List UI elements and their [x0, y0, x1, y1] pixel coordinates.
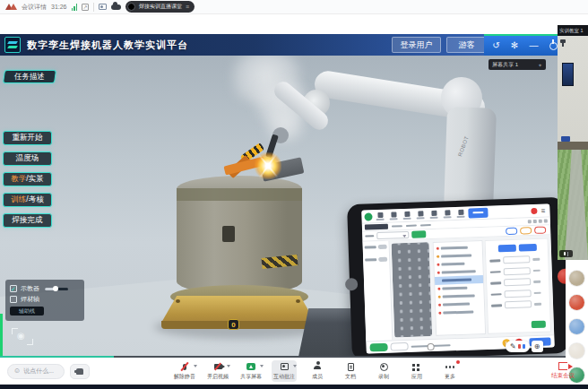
- opacity-slider[interactable]: [45, 288, 68, 290]
- toolbar-item-annotate[interactable]: 互动批注: [272, 360, 297, 383]
- color-swatch[interactable]: [523, 344, 525, 349]
- aux-line-button[interactable]: 辅助线: [10, 307, 44, 316]
- pendant-start-button[interactable]: [369, 343, 387, 352]
- parameter-form: [485, 238, 552, 333]
- participant-avatar[interactable]: [569, 319, 584, 334]
- toolbar-item-record[interactable]: 录制: [371, 360, 396, 383]
- teach-pendant-tablet[interactable]: ≡: [347, 197, 566, 357]
- pendant-tool-icon[interactable]: [539, 220, 542, 223]
- pendant-tab[interactable]: [392, 225, 402, 228]
- jog-button-panel[interactable]: [392, 242, 433, 337]
- wire-axis-checkbox[interactable]: [10, 296, 17, 303]
- caret-down-icon[interactable]: [260, 365, 264, 367]
- toolbar-item-cam[interactable]: 开启视频: [205, 360, 230, 383]
- program-list-row[interactable]: [436, 307, 484, 317]
- pendant-tab-chip[interactable]: [365, 224, 388, 230]
- toolbar-item-apps[interactable]: 应用: [404, 360, 429, 383]
- share-status-text: 屏幕共享 1: [492, 61, 518, 69]
- caret-down-icon[interactable]: [194, 365, 197, 367]
- pendant-menu-item[interactable]: [454, 209, 466, 217]
- hand-icon: [76, 368, 83, 375]
- signal-icon: [72, 4, 78, 11]
- meeting-bottom-toolbar: ☺ 说点什么... 解除静音开启视频共享屏幕互动批注成员文档录制应用更多: [0, 358, 566, 385]
- pendant-tool-icon[interactable]: [528, 220, 532, 223]
- toggle-row[interactable]: [365, 257, 387, 263]
- form-row[interactable]: [491, 298, 547, 312]
- toolbar-item-member[interactable]: 成员: [305, 360, 330, 383]
- program-list[interactable]: [433, 240, 487, 336]
- teaching-mode-button[interactable]: 教学/实景: [3, 172, 52, 186]
- pendant-menu-item[interactable]: [414, 211, 426, 219]
- pendant-tool-icon[interactable]: [533, 220, 537, 223]
- pendant-blue-pill[interactable]: [506, 228, 517, 235]
- pendant-speed-slider[interactable]: [411, 344, 451, 348]
- form-apply-button[interactable]: [532, 321, 546, 329]
- caret-down-icon[interactable]: [293, 365, 297, 367]
- toolbar-item-doc[interactable]: 文档: [338, 360, 363, 383]
- chat-placeholder: 说点什么...: [23, 367, 54, 376]
- tablet-stop-button[interactable]: [558, 269, 566, 285]
- meeting-title-pill[interactable]: 焊接实训直播课堂 ≡: [125, 1, 195, 13]
- weld-complete-button[interactable]: 焊接完成: [3, 213, 52, 228]
- chat-quick-input[interactable]: ☺ 说点什么...: [7, 364, 65, 379]
- participant-avatar[interactable]: [569, 271, 584, 286]
- pendant-tool-icon[interactable]: [544, 219, 548, 222]
- pendant-reset-button[interactable]: [390, 342, 408, 351]
- end-meeting-label: 结束会议: [543, 372, 583, 380]
- restart-button[interactable]: 重新开始: [3, 131, 52, 145]
- hamburger-icon[interactable]: ≡: [186, 4, 189, 10]
- toolbar-item-mic[interactable]: 解除静音: [172, 360, 197, 383]
- undo-icon[interactable]: ↺: [492, 41, 499, 50]
- record-dot-icon[interactable]: [532, 207, 538, 213]
- participant-avatar[interactable]: [569, 343, 584, 359]
- toolbar-item-label: 解除静音: [174, 373, 195, 381]
- toggle-row[interactable]: [365, 245, 387, 250]
- gear-icon[interactable]: ✻: [511, 41, 518, 50]
- pendant-tab[interactable]: [420, 224, 431, 227]
- pendant-menu-item[interactable]: [374, 212, 385, 220]
- form-blue-button[interactable]: [498, 245, 516, 253]
- pendant-menu-item[interactable]: [387, 212, 399, 220]
- expand-icon[interactable]: ↗: [82, 4, 89, 11]
- end-meeting-button[interactable]: 结束会议: [543, 362, 583, 380]
- pendant-checkbox[interactable]: ✓: [10, 285, 17, 292]
- meeting-detail-label[interactable]: 会议详情: [22, 3, 47, 12]
- tablet-left-button[interactable]: [345, 278, 358, 290]
- toolbar-item-label: 开启视频: [207, 373, 229, 381]
- pendant-menu-item[interactable]: [428, 210, 439, 218]
- participant-avatar[interactable]: [569, 295, 584, 310]
- pendant-menu-item[interactable]: [401, 211, 412, 219]
- toolbar-item-more[interactable]: 更多: [437, 360, 463, 383]
- login-user-button[interactable]: 登录用户: [392, 37, 441, 53]
- caret-down-icon[interactable]: [227, 365, 230, 367]
- workpiece-band: [177, 188, 302, 201]
- raise-hand-button[interactable]: [70, 364, 90, 379]
- pendant-select[interactable]: [376, 231, 409, 239]
- pendant-orange-pill[interactable]: [520, 227, 532, 234]
- participant-video-panel[interactable]: 实训教室 1: [558, 25, 588, 260]
- pendant-menu-item[interactable]: [441, 210, 453, 218]
- pendant-screen[interactable]: ≡: [361, 203, 554, 353]
- temperature-field-button[interactable]: 温度场: [3, 151, 52, 166]
- task-description-button[interactable]: 任务描述: [3, 70, 56, 83]
- notification-badge: [456, 360, 460, 364]
- annotate-pen-button[interactable]: ✎: [506, 341, 530, 352]
- pendant-tab[interactable]: [406, 224, 417, 227]
- zoom-button[interactable]: ⊕: [532, 341, 543, 352]
- training-mode-button[interactable]: 训练/考核: [3, 193, 52, 207]
- guest-button[interactable]: 游客: [446, 37, 487, 53]
- color-swatch[interactable]: [518, 344, 521, 349]
- view-eye-button[interactable]: ◉: [12, 328, 33, 345]
- pendant-active-tab[interactable]: [468, 207, 488, 218]
- minimize-icon[interactable]: —: [530, 41, 539, 50]
- pendant-red-pill[interactable]: [534, 227, 546, 234]
- pendant-confirm-button[interactable]: [411, 230, 426, 238]
- toolbar-item-share[interactable]: 共享屏幕: [238, 360, 264, 383]
- scene-3d[interactable]: 屏幕共享 1 ✦ ROBOT 0 任: [0, 56, 566, 357]
- power-icon[interactable]: [549, 42, 558, 50]
- cloud-icon[interactable]: [111, 4, 121, 10]
- image-icon[interactable]: [99, 4, 107, 10]
- form-blue-button[interactable]: [519, 244, 537, 252]
- pendant-hamburger-icon[interactable]: ≡: [541, 206, 546, 214]
- robot-base-column: [444, 107, 497, 211]
